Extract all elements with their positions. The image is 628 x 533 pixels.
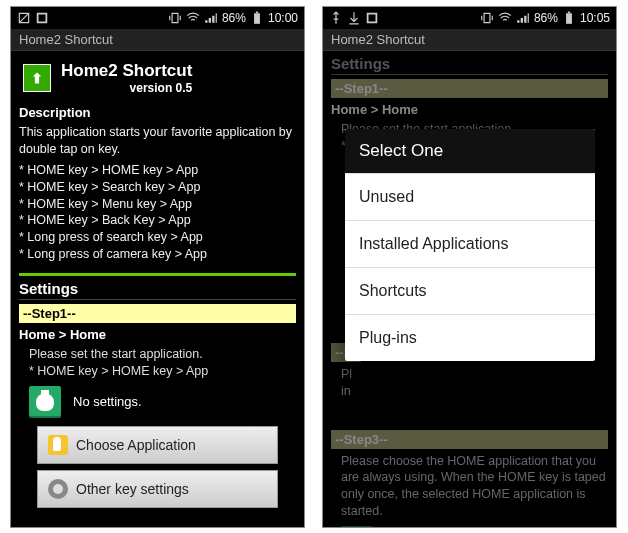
step1-banner: --Step1-- [331,79,608,98]
app-title: Home2 Shortcut [61,61,192,81]
gear-icon [48,479,68,499]
screenshot-icon [35,11,49,25]
svg-rect-1 [39,15,46,22]
screenshot-right: 86% 10:05 Home2 Shortcut Settings --Step… [322,6,617,528]
clock: 10:00 [268,11,298,25]
svg-rect-5 [369,15,376,22]
signal-icon [516,11,530,25]
divider [19,273,296,276]
svg-rect-6 [566,13,572,23]
svg-rect-2 [254,13,260,23]
battery-icon [562,11,576,25]
dialog-title: Select One [345,129,595,173]
settings-heading: Settings [19,280,296,300]
wifi-icon [186,11,200,25]
android-icon [341,526,373,528]
step2-note-partial: Pl in [331,366,608,400]
current-app-row: No settings. [29,386,296,418]
hand-pointer-icon [48,435,68,455]
screenshot-left: 86% 10:00 Home2 Shortcut Home2 Shortcut … [10,6,305,528]
choose-application-label: Choose Application [76,437,196,453]
android-icon [29,386,61,418]
description-heading: Description [19,105,296,120]
current-app-label: No settings. [73,394,142,409]
other-key-settings-button[interactable]: Other key settings [37,470,278,508]
description-list: * HOME key > HOME key > App * HOME key >… [19,162,296,263]
window-title: Home2 Shortcut [323,29,616,51]
step1-breadcrumb: Home > Home [19,327,296,342]
app-icon [23,64,51,92]
status-bar: 86% 10:05 [323,7,616,29]
other-key-settings-label: Other key settings [76,481,189,497]
screenshot-icon [365,11,379,25]
dialog-option-installed-applications[interactable]: Installed Applications [345,220,595,267]
window-title: Home2 Shortcut [11,29,304,51]
signal-icon [204,11,218,25]
battery-icon [250,11,264,25]
dialog-option-unused[interactable]: Unused [345,173,595,220]
choose-application-button[interactable]: Choose Application [37,426,278,464]
description-body: This application starts your favorite ap… [19,124,296,158]
clock: 10:05 [580,11,610,25]
dialog-option-shortcuts[interactable]: Shortcuts [345,267,595,314]
vibrate-icon [480,11,494,25]
dialog-option-plugins[interactable]: Plug-ins [345,314,595,361]
download-icon [347,11,361,25]
svg-rect-3 [256,12,258,14]
step3-note: Please choose the HOME application that … [331,453,608,521]
app-version: version 0.5 [61,81,192,95]
step1-breadcrumb: Home > Home [331,102,608,117]
settings-heading: Settings [331,55,608,75]
select-one-dialog: Select One Unused Installed Applications… [345,129,595,361]
usb-icon [329,11,343,25]
vibrate-icon [168,11,182,25]
wifi-icon [498,11,512,25]
nfc-off-icon [17,11,31,25]
step3-banner: --Step3-- [331,430,608,449]
status-bar: 86% 10:00 [11,7,304,29]
step1-banner: --Step1-- [19,304,296,323]
step1-note: Please set the start application. * HOME… [19,346,296,380]
battery-percent: 86% [222,11,246,25]
content-area: Home2 Shortcut version 0.5 Description T… [11,51,304,518]
battery-percent: 86% [534,11,558,25]
svg-rect-7 [568,12,570,14]
